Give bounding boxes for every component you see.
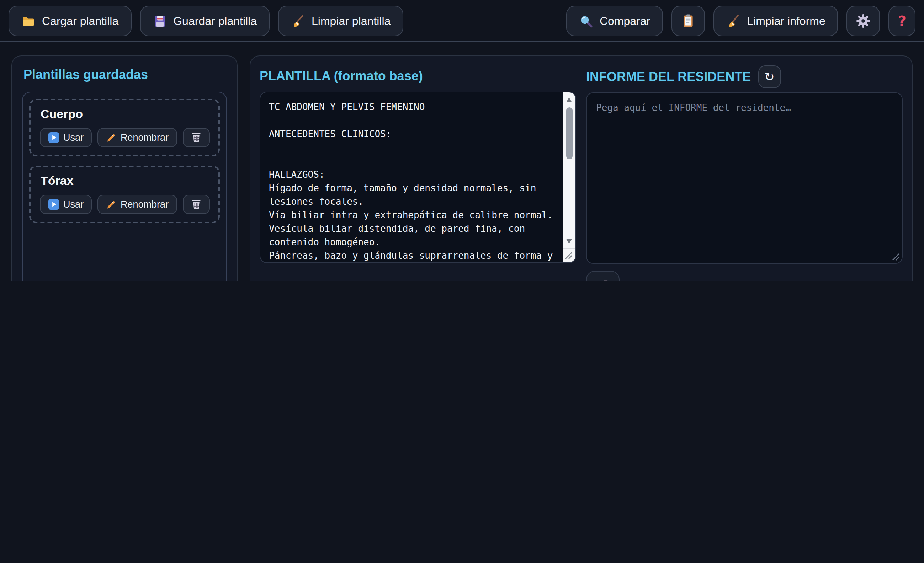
delete-template-button[interactable] (183, 195, 210, 214)
compare-button[interactable]: Comparar (566, 6, 663, 36)
trash-icon (191, 132, 201, 143)
template-card-torax: Tórax Usar Renombrar (29, 166, 220, 223)
compare-label: Comparar (600, 15, 650, 27)
resident-textarea-wrap (586, 93, 903, 264)
settings-button[interactable] (847, 6, 880, 36)
reset-report-button[interactable]: ↻ (758, 65, 781, 88)
question-icon: ? (898, 14, 906, 28)
template-column: PLANTILLA (formato base) TC ABDOMEN Y PE… (260, 65, 576, 282)
template-textarea-wrap: TC ABDOMEN Y PELVIS FEMENINO ANTECEDENTE… (260, 92, 576, 263)
refresh-icon: ↻ (764, 71, 775, 83)
paste-report-button[interactable] (672, 6, 705, 36)
workspace-panel: PLANTILLA (formato base) TC ABDOMEN Y PE… (250, 55, 913, 282)
save-template-button[interactable]: Guardar plantilla (140, 6, 270, 36)
clear-template-label: Limpiar plantilla (312, 15, 390, 27)
rename-template-button[interactable]: Renombrar (98, 195, 177, 214)
microphone-button[interactable] (586, 271, 620, 282)
use-template-button[interactable]: Usar (40, 128, 92, 147)
saved-templates-panel: Plantillas guardadas Cuerpo Usar (11, 55, 238, 282)
template-actions: Usar Renombrar (39, 195, 210, 214)
template-title: PLANTILLA (formato base) (260, 69, 576, 84)
clear-template-button[interactable]: Limpiar plantilla (278, 6, 404, 36)
scrollbar-corner (563, 248, 576, 262)
delete-template-button[interactable] (183, 128, 210, 147)
scroll-up-arrow-icon[interactable] (566, 97, 572, 102)
clear-report-label: Limpiar informe (747, 15, 825, 27)
template-scrollbar[interactable] (563, 93, 576, 262)
rename-template-label: Renombrar (121, 199, 169, 210)
microphone-icon (595, 278, 611, 282)
template-textarea[interactable]: TC ABDOMEN Y PELVIS FEMENINO ANTECEDENTE… (260, 92, 576, 263)
top-grid: PLANTILLA (formato base) TC ABDOMEN Y PE… (260, 65, 903, 282)
use-template-label: Usar (63, 132, 84, 143)
use-template-button[interactable]: Usar (40, 195, 92, 214)
resize-grip-icon[interactable] (892, 253, 900, 261)
rename-template-label: Renombrar (121, 132, 169, 143)
scroll-down-arrow-icon[interactable] (566, 239, 572, 244)
clipboard-icon (681, 13, 696, 28)
dictation-row: Atajo: Mantén presionada la tecla Alt pa… (586, 271, 903, 282)
saved-templates-title: Plantillas guardadas (24, 67, 225, 82)
template-list: Cuerpo Usar Renombrar (22, 92, 227, 282)
use-template-label: Usar (63, 199, 84, 210)
gear-icon (856, 13, 871, 28)
pencil-icon (106, 199, 116, 210)
load-template-button[interactable]: Cargar plantilla (9, 6, 131, 36)
resident-title: INFORME DEL RESIDENTE (586, 69, 751, 84)
play-icon (48, 199, 59, 210)
app: Cargar plantilla Guardar plantilla Limpi… (0, 0, 924, 282)
scrollbar-thumb[interactable] (566, 107, 573, 159)
template-card-cuerpo: Cuerpo Usar Renombrar (29, 99, 220, 156)
alt-key-label: Alt (780, 280, 793, 282)
folder-icon (21, 14, 36, 28)
play-icon (48, 132, 59, 143)
floppy-icon (153, 14, 167, 28)
resize-grip-icon[interactable] (565, 252, 573, 259)
load-template-label: Cargar plantilla (42, 15, 118, 27)
broom-icon (726, 14, 741, 28)
trash-icon (191, 199, 201, 210)
toolbar: Cargar plantilla Guardar plantilla Limpi… (0, 0, 924, 42)
clear-report-button[interactable]: Limpiar informe (714, 6, 838, 36)
rename-template-button[interactable]: Renombrar (98, 128, 177, 147)
resident-header: INFORME DEL RESIDENTE ↻ (586, 65, 903, 88)
resident-column: INFORME DEL RESIDENTE ↻ (586, 65, 903, 282)
content: Plantillas guardadas Cuerpo Usar (0, 42, 924, 282)
template-name: Cuerpo (40, 107, 210, 121)
magnifier-icon (579, 14, 593, 28)
template-name: Tórax (40, 174, 210, 189)
template-actions: Usar Renombrar (39, 128, 210, 147)
pencil-icon (106, 133, 116, 142)
dictation-hint: Atajo: Mantén presionada la tecla Alt pa… (630, 280, 849, 282)
save-template-label: Guardar plantilla (173, 15, 257, 27)
broom-icon (291, 14, 305, 28)
resident-textarea[interactable] (586, 93, 903, 264)
help-button[interactable]: ? (889, 6, 915, 36)
